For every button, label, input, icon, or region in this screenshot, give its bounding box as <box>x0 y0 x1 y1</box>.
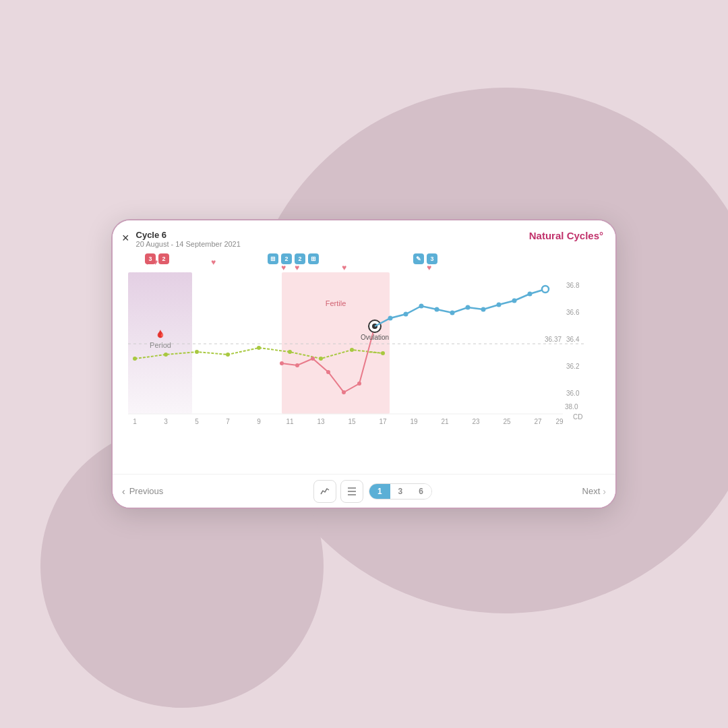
svg-text:11: 11 <box>286 418 294 425</box>
svg-point-25 <box>311 357 315 361</box>
heart-icon-7: ♥ <box>427 263 431 272</box>
svg-text:Period: Period <box>150 341 171 349</box>
svg-point-33 <box>404 312 408 317</box>
svg-text:36.0: 36.0 <box>566 390 580 397</box>
svg-point-15 <box>164 353 168 357</box>
svg-point-38 <box>481 307 486 312</box>
svg-point-39 <box>497 303 502 307</box>
previous-label: Previous <box>129 486 164 496</box>
svg-text:36.37: 36.37 <box>545 336 562 343</box>
svg-point-40 <box>512 299 517 303</box>
svg-point-28 <box>357 382 361 386</box>
svg-text:17: 17 <box>379 418 387 425</box>
svg-point-34 <box>419 304 424 309</box>
svg-point-21 <box>350 348 354 352</box>
next-button[interactable]: Next › <box>582 486 606 497</box>
phone-device: × Cycle 6 20 August - 14 September 2021 … <box>111 219 617 509</box>
svg-point-20 <box>319 357 323 361</box>
header: × Cycle 6 20 August - 14 September 2021 … <box>113 220 615 253</box>
svg-point-14 <box>133 357 137 361</box>
svg-text:15: 15 <box>348 418 356 425</box>
svg-point-19 <box>288 350 292 354</box>
chevron-left-icon: ‹ <box>122 486 125 497</box>
previous-button[interactable]: ‹ Previous <box>122 486 163 497</box>
cycle-btn-3[interactable]: 3 <box>390 484 411 499</box>
badges-row: ♥ ♥ 3 2 ♥ ⊞ 2 2 ⊞ ♥ ♥ ♥ ✎ 3 <box>122 253 606 271</box>
svg-text:36.8: 36.8 <box>566 282 580 289</box>
svg-text:23: 23 <box>472 418 480 425</box>
badge-red-2: 2 <box>158 253 169 264</box>
svg-point-24 <box>295 363 299 367</box>
svg-text:🩸: 🩸 <box>156 329 165 338</box>
svg-text:29: 29 <box>555 418 564 425</box>
svg-text:36.4: 36.4 <box>566 336 580 343</box>
svg-text:38.0: 38.0 <box>565 403 578 411</box>
svg-point-36 <box>450 311 455 315</box>
svg-text:7: 7 <box>226 418 230 425</box>
svg-point-41 <box>528 292 533 297</box>
svg-point-17 <box>226 353 230 357</box>
badge-red-3: 3 <box>145 253 156 264</box>
svg-text:Ovulation: Ovulation <box>361 334 389 341</box>
heart-icon-5: ♥ <box>295 263 299 272</box>
cycle-selector: 1 3 6 <box>369 483 432 499</box>
svg-text:5: 5 <box>195 418 199 425</box>
svg-text:25: 25 <box>503 418 511 425</box>
svg-text:Fertile: Fertile <box>326 299 346 307</box>
svg-point-27 <box>342 390 346 394</box>
cycle-dates: 20 August - 14 September 2021 <box>136 240 241 248</box>
svg-point-22 <box>381 351 385 355</box>
cycle-btn-1[interactable]: 1 <box>369 484 390 499</box>
chart-container: ♥ ♥ 3 2 ♥ ⊞ 2 2 ⊞ ♥ ♥ ♥ ✎ 3 <box>113 253 615 474</box>
svg-text:36.6: 36.6 <box>566 309 580 316</box>
header-left: × Cycle 6 20 August - 14 September 2021 <box>122 230 241 248</box>
next-label: Next <box>582 486 601 496</box>
chart-type-button[interactable] <box>313 480 336 503</box>
svg-text:27: 27 <box>534 418 542 425</box>
svg-text:9: 9 <box>257 418 261 425</box>
chevron-right-icon: › <box>603 486 606 497</box>
svg-text:3: 3 <box>164 418 168 425</box>
svg-point-23 <box>280 361 284 365</box>
svg-text:13: 13 <box>317 418 325 425</box>
close-button[interactable]: × <box>122 231 129 245</box>
svg-text:1: 1 <box>133 418 137 425</box>
cycle-title: Cycle 6 <box>136 230 241 240</box>
chart-svg: 36.37 36.0 36.2 36.4 36.6 36.8 38.0 CD 🩸… <box>122 272 606 421</box>
cycle-btn-6[interactable]: 6 <box>411 484 431 499</box>
heart-icon-6: ♥ <box>342 263 346 272</box>
badge-teal-2: ⊞ <box>308 253 319 264</box>
heart-icon-4: ♥ <box>281 263 286 272</box>
svg-point-18 <box>257 346 261 350</box>
svg-point-32 <box>388 316 393 321</box>
svg-point-35 <box>435 307 439 312</box>
svg-point-16 <box>195 350 199 354</box>
svg-text:21: 21 <box>441 418 449 425</box>
svg-text:36.2: 36.2 <box>566 363 580 370</box>
svg-point-37 <box>466 305 471 310</box>
svg-point-42 <box>542 286 549 293</box>
cycle-info: Cycle 6 20 August - 14 September 2021 <box>136 230 241 248</box>
heart-icon-3: ♥ <box>211 257 216 267</box>
svg-text:CD: CD <box>573 413 582 421</box>
svg-text:19: 19 <box>410 418 418 425</box>
svg-rect-1 <box>282 272 390 414</box>
badge-edit: ✎ <box>413 253 424 264</box>
list-view-button[interactable] <box>340 480 363 503</box>
svg-point-26 <box>326 370 330 374</box>
badge-teal-1: ⊞ <box>268 253 278 264</box>
toolbar-icons <box>313 480 363 503</box>
screen: × Cycle 6 20 August - 14 September 2021 … <box>113 220 615 508</box>
brand-logo: Natural Cycles° <box>529 230 603 241</box>
toolbar: ‹ Previous <box>113 474 615 508</box>
